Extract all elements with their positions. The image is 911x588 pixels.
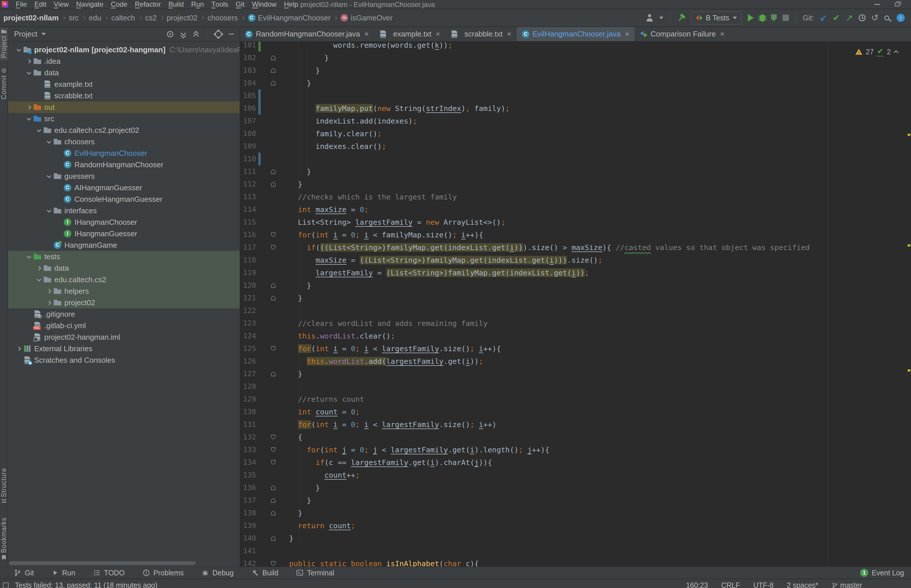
code-line[interactable]: 132 { — [240, 431, 911, 443]
tree-item-guessers[interactable]: guessers — [8, 170, 240, 182]
tree-item-edu.caltech.cs2[interactable]: edu.caltech.cs2 — [8, 274, 240, 285]
breadcrumb-item-edu[interactable]: edu — [89, 13, 101, 23]
chevron-slot[interactable] — [34, 278, 44, 281]
git-commit-icon[interactable]: ✔ — [833, 13, 840, 22]
git-branch-widget[interactable]: master — [832, 581, 862, 588]
code-line[interactable]: 102 } — [240, 52, 911, 64]
line-number[interactable]: 120 — [240, 279, 256, 292]
line-number[interactable]: 119 — [240, 267, 256, 279]
tool-window-button-run[interactable]: Run — [52, 569, 75, 577]
hide-panel-icon[interactable] — [229, 34, 234, 34]
tree-item-helpers[interactable]: helpers — [8, 285, 240, 297]
line-number[interactable]: 129 — [240, 393, 256, 405]
tool-window-button-problems[interactable]: Problems — [142, 569, 184, 577]
tool-window-tab-structure[interactable]: Structure — [0, 466, 8, 505]
fold-marker-icon[interactable] — [271, 498, 276, 503]
close-tab-icon[interactable]: × — [364, 30, 369, 39]
chevron-slot[interactable] — [44, 140, 54, 144]
chevron-slot[interactable] — [24, 255, 34, 258]
line-number[interactable]: 137 — [240, 494, 256, 507]
settings-gear-icon[interactable] — [215, 31, 222, 38]
code-line[interactable]: 108 family.clear(); — [240, 127, 911, 140]
editor-tab-scrabble.txt[interactable]: scrabble.txt× — [446, 27, 517, 41]
tree-item-edu.caltech.cs2.project02[interactable]: edu.caltech.cs2.project02 — [8, 124, 240, 136]
error-stripe-mark[interactable] — [908, 134, 910, 136]
menu-window[interactable]: Window — [248, 0, 280, 9]
tree-item-interfaces[interactable]: interfaces — [8, 205, 240, 216]
line-number[interactable]: 116 — [240, 228, 256, 241]
user-dropdown-icon[interactable] — [659, 17, 663, 19]
line-number[interactable]: 133 — [240, 443, 256, 456]
breadcrumb-item-project02-nllam[interactable]: project02-nllam — [3, 13, 59, 23]
fold-marker-icon[interactable] — [271, 81, 276, 86]
chevron-slot[interactable] — [34, 267, 44, 270]
line-number[interactable]: 118 — [240, 254, 256, 267]
menu-tools[interactable]: Tools — [207, 0, 232, 9]
chevron-slot[interactable] — [24, 60, 34, 63]
code-line[interactable]: 110 — [240, 153, 911, 165]
code-line[interactable]: 105 — [240, 89, 911, 102]
line-number[interactable]: 124 — [240, 330, 256, 342]
line-number[interactable]: 127 — [240, 368, 256, 380]
line-number[interactable]: 141 — [240, 544, 256, 557]
inspections-widget[interactable]: 27 ✔ 2 — [855, 47, 898, 57]
line-number[interactable]: 110 — [240, 153, 256, 165]
code-line[interactable]: 116 for(int i = 0; i < familyMap.size();… — [240, 228, 911, 241]
fold-marker-icon[interactable] — [271, 296, 276, 300]
project-panel-title[interactable]: Project — [14, 30, 37, 39]
line-number[interactable]: 138 — [240, 507, 256, 519]
menu-git[interactable]: Git — [232, 0, 248, 9]
line-number[interactable]: 139 — [240, 519, 256, 532]
code-line[interactable]: 131 for(int i = 0; i < largestFamily.siz… — [240, 418, 911, 431]
code-line[interactable]: 123 //clears wordList and adds remaining… — [240, 317, 911, 330]
line-number[interactable]: 113 — [240, 191, 256, 203]
code-line[interactable]: 130 int count = 0; — [240, 405, 911, 418]
tree-item-IHangmanGuesser[interactable]: IIHangmanGuesser — [8, 228, 240, 239]
code-line[interactable]: 113 //checks which is the largest family — [240, 191, 911, 203]
tool-window-tab-bookmarks[interactable]: Bookmarks — [0, 515, 8, 562]
code-line[interactable]: 138 } — [240, 507, 911, 519]
menu-build[interactable]: Build — [165, 0, 187, 9]
tree-item-.idea[interactable]: .idea — [8, 55, 240, 67]
tool-window-button-git[interactable]: Git — [14, 569, 34, 577]
code-line[interactable]: 119 largestFamily = (List<String>)family… — [240, 267, 911, 279]
chevron-slot[interactable] — [44, 175, 54, 178]
fold-marker-icon[interactable] — [271, 283, 276, 288]
code-line[interactable]: 118 maxSize = ((List<String>)familyMap.g… — [240, 254, 911, 267]
breadcrumb-item-caltech[interactable]: caltech — [111, 13, 135, 23]
fold-marker-icon[interactable] — [271, 510, 276, 515]
code-line[interactable]: 125 for(int i = 0; i < largestFamily.siz… — [240, 342, 911, 355]
search-icon[interactable] — [884, 16, 889, 20]
error-stripe-mark[interactable] — [908, 369, 910, 372]
file-encoding[interactable]: UTF-8 — [753, 581, 774, 588]
minimize-button[interactable] — [874, 4, 880, 5]
line-number[interactable]: 108 — [240, 127, 256, 140]
chevron-slot[interactable] — [44, 209, 54, 212]
line-number[interactable]: 121 — [240, 292, 256, 304]
fold-marker-icon[interactable] — [271, 447, 276, 452]
line-number[interactable]: 115 — [240, 216, 256, 228]
menu-run[interactable]: Run — [187, 0, 207, 9]
tree-item-data[interactable]: data — [8, 262, 240, 274]
close-tab-icon[interactable]: × — [625, 30, 629, 39]
user-icon[interactable] — [646, 14, 654, 21]
menu-file[interactable]: File — [12, 0, 31, 9]
fold-marker-icon[interactable] — [271, 346, 276, 351]
tree-root-item[interactable]: project02-nllam [project02-hangman]C:\Us… — [8, 44, 240, 55]
line-number[interactable]: 114 — [240, 203, 256, 216]
debug-button[interactable] — [759, 15, 765, 21]
status-message[interactable]: Tests failed: 13, passed: 11 (18 minutes… — [15, 581, 157, 588]
code-line[interactable]: 122 — [240, 304, 911, 317]
code-line[interactable]: 137 } — [240, 494, 911, 507]
chevron-slot[interactable] — [24, 117, 34, 120]
tree-item-IHangmanChooser[interactable]: IIHangmanChooser — [8, 216, 240, 228]
tree-item-src[interactable]: src — [8, 113, 240, 124]
fold-marker-icon[interactable] — [271, 536, 276, 541]
breadcrumb-item-choosers[interactable]: choosers — [207, 13, 238, 23]
line-number[interactable]: 122 — [240, 304, 256, 317]
line-number[interactable]: 132 — [240, 431, 256, 443]
fold-marker-icon[interactable] — [271, 182, 276, 187]
code-line[interactable]: 103 } — [240, 64, 911, 77]
history-icon[interactable] — [859, 15, 866, 21]
chevron-slot[interactable] — [24, 106, 34, 109]
